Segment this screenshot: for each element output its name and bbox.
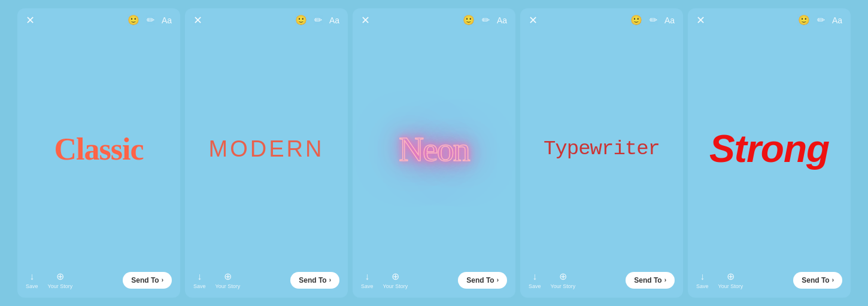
your-story-label: Your Story xyxy=(216,283,241,289)
your-story-action[interactable]: ⊕ Your Story xyxy=(216,271,241,289)
bottom-left-actions: ↓ Save ⊕ Your Story xyxy=(696,271,743,289)
text-style-icon[interactable]: Aa xyxy=(497,16,507,25)
your-story-label: Your Story xyxy=(718,283,743,289)
send-to-button[interactable]: Send To › xyxy=(458,272,507,289)
send-to-button[interactable]: Send To › xyxy=(793,272,842,289)
pencil-icon[interactable]: ✏ xyxy=(147,14,154,26)
story-card-typewriter: ✕ 🙂 ✏ Aa Typewriter ↓ Save ⊕ Your Story … xyxy=(520,8,683,298)
add-story-icon: ⊕ xyxy=(56,271,64,282)
top-icon-group: 🙂 ✏ Aa xyxy=(295,14,339,26)
bottom-bar: ↓ Save ⊕ Your Story Send To › xyxy=(353,266,515,298)
send-to-label: Send To xyxy=(131,276,159,284)
add-story-icon: ⊕ xyxy=(559,271,567,282)
bottom-left-actions: ↓ Save ⊕ Your Story xyxy=(361,271,408,289)
save-label: Save xyxy=(696,283,709,289)
bottom-bar: ↓ Save ⊕ Your Story Send To › xyxy=(185,266,348,298)
save-label: Save xyxy=(361,283,374,289)
pencil-icon[interactable]: ✏ xyxy=(482,14,490,26)
your-story-label: Your Story xyxy=(383,283,408,289)
chevron-right-icon: › xyxy=(664,277,666,283)
send-to-label: Send To xyxy=(634,276,661,284)
pencil-icon[interactable]: ✏ xyxy=(650,14,657,26)
main-text-area: Typewriter xyxy=(520,32,683,266)
your-story-action[interactable]: ⊕ Your Story xyxy=(48,271,73,289)
top-bar: ✕ 🙂 ✏ Aa xyxy=(17,8,180,32)
save-action[interactable]: ↓ Save xyxy=(193,271,206,289)
face-icon[interactable]: 🙂 xyxy=(128,14,139,26)
save-icon: ↓ xyxy=(365,271,369,282)
face-icon[interactable]: 🙂 xyxy=(463,14,475,26)
save-label: Save xyxy=(529,283,541,289)
add-story-icon: ⊕ xyxy=(224,271,232,282)
face-icon[interactable]: 🙂 xyxy=(295,14,307,26)
top-icon-group: 🙂 ✏ Aa xyxy=(463,14,507,26)
save-icon: ↓ xyxy=(532,271,537,282)
pencil-icon[interactable]: ✏ xyxy=(817,14,825,26)
top-bar: ✕ 🙂 ✏ Aa xyxy=(688,8,851,32)
bottom-bar: ↓ Save ⊕ Your Story Send To › xyxy=(520,266,683,298)
send-to-button[interactable]: Send To › xyxy=(123,272,172,289)
send-to-button[interactable]: Send To › xyxy=(626,272,675,289)
face-icon[interactable]: 🙂 xyxy=(630,14,642,26)
pencil-icon[interactable]: ✏ xyxy=(314,14,322,26)
send-to-label: Send To xyxy=(466,276,494,284)
save-icon: ↓ xyxy=(700,271,705,282)
chevron-right-icon: › xyxy=(832,277,834,283)
style-text: MODERN xyxy=(209,136,324,162)
send-to-button[interactable]: Send To › xyxy=(290,272,339,289)
bottom-left-actions: ↓ Save ⊕ Your Story xyxy=(26,271,72,289)
story-card-classic: ✕ 🙂 ✏ Aa Classic ↓ Save ⊕ Your Story Sen… xyxy=(17,8,180,298)
close-icon[interactable]: ✕ xyxy=(193,15,202,26)
save-label: Save xyxy=(26,283,38,289)
add-story-icon: ⊕ xyxy=(727,271,735,282)
add-story-icon: ⊕ xyxy=(391,271,399,282)
top-bar: ✕ 🙂 ✏ Aa xyxy=(520,8,683,32)
text-style-icon[interactable]: Aa xyxy=(329,16,339,25)
top-icon-group: 🙂 ✏ Aa xyxy=(798,14,842,26)
your-story-action[interactable]: ⊕ Your Story xyxy=(551,271,576,289)
save-action[interactable]: ↓ Save xyxy=(361,271,374,289)
top-icon-group: 🙂 ✏ Aa xyxy=(128,14,172,26)
face-icon[interactable]: 🙂 xyxy=(798,14,810,26)
save-action[interactable]: ↓ Save xyxy=(696,271,709,289)
top-icon-group: 🙂 ✏ Aa xyxy=(630,14,675,26)
save-action[interactable]: ↓ Save xyxy=(529,271,541,289)
close-icon[interactable]: ✕ xyxy=(26,15,35,26)
style-text: Neon xyxy=(399,129,469,169)
close-icon[interactable]: ✕ xyxy=(696,15,705,26)
send-to-label: Send To xyxy=(299,276,326,284)
save-label: Save xyxy=(193,283,206,289)
your-story-label: Your Story xyxy=(48,283,73,289)
close-icon[interactable]: ✕ xyxy=(361,15,370,26)
bottom-bar: ↓ Save ⊕ Your Story Send To › xyxy=(17,266,180,298)
bottom-bar: ↓ Save ⊕ Your Story Send To › xyxy=(688,266,851,298)
send-to-label: Send To xyxy=(802,276,829,284)
save-icon: ↓ xyxy=(197,271,202,282)
bottom-left-actions: ↓ Save ⊕ Your Story xyxy=(529,271,575,289)
chevron-right-icon: › xyxy=(162,277,163,283)
main-text-area: Neon xyxy=(353,32,515,266)
your-story-action[interactable]: ⊕ Your Story xyxy=(718,271,743,289)
top-bar: ✕ 🙂 ✏ Aa xyxy=(353,8,515,32)
story-card-strong: ✕ 🙂 ✏ Aa Strong ↓ Save ⊕ Your Story Send… xyxy=(688,8,851,298)
top-bar: ✕ 🙂 ✏ Aa xyxy=(185,8,348,32)
story-card-modern: ✕ 🙂 ✏ Aa MODERN ↓ Save ⊕ Your Story Send… xyxy=(185,8,348,298)
story-card-neon: ✕ 🙂 ✏ Aa Neon ↓ Save ⊕ Your Story Send T… xyxy=(353,8,515,298)
save-action[interactable]: ↓ Save xyxy=(26,271,38,289)
main-text-area: MODERN xyxy=(185,32,348,266)
bottom-left-actions: ↓ Save ⊕ Your Story xyxy=(193,271,240,289)
text-style-icon[interactable]: Aa xyxy=(832,16,842,25)
text-style-icon[interactable]: Aa xyxy=(664,16,675,25)
save-icon: ↓ xyxy=(29,271,34,282)
chevron-right-icon: › xyxy=(329,277,331,283)
main-text-area: Strong xyxy=(688,32,851,266)
your-story-action[interactable]: ⊕ Your Story xyxy=(383,271,408,289)
chevron-right-icon: › xyxy=(497,277,499,283)
main-text-area: Classic xyxy=(17,32,180,266)
style-text: Strong xyxy=(709,127,829,171)
text-style-icon[interactable]: Aa xyxy=(162,16,172,25)
style-text: Classic xyxy=(54,131,144,167)
close-icon[interactable]: ✕ xyxy=(529,15,538,26)
style-text: Typewriter xyxy=(544,137,660,160)
your-story-label: Your Story xyxy=(551,283,576,289)
